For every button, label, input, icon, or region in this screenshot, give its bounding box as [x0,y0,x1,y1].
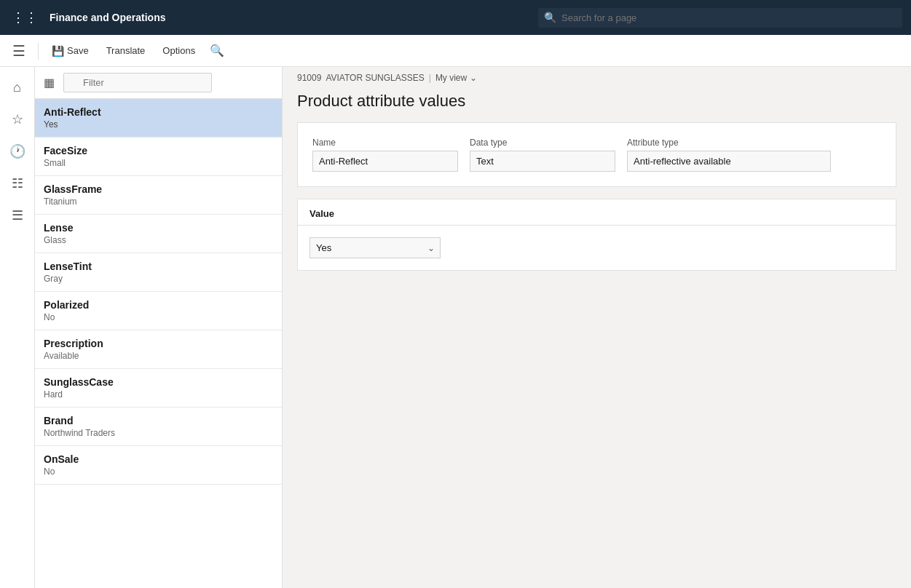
list-item-name: LenseTint [44,261,273,272]
value-dropdown-wrap: YesNo ⌄ [309,237,441,258]
list-item[interactable]: FaceSize Small [35,138,282,176]
sidebar-grid-icon[interactable]: ☷ [3,169,32,198]
options-button[interactable]: Options [155,41,202,60]
list-panel-header: ▦ 🔍 [35,67,282,99]
list-item-value: Glass [44,235,273,245]
name-input[interactable] [312,151,458,172]
datatype-label: Data type [470,138,615,148]
main-layout: ⌂ ☆ 🕐 ☷ ☰ ▦ 🔍 Anti-Reflect Yes FaceSize … [0,67,911,588]
list-panel: ▦ 🔍 Anti-Reflect Yes FaceSize Small Glas… [35,67,283,588]
save-button[interactable]: 💾 Save [44,41,96,61]
page-title: Product attribute values [283,89,911,122]
filter-button[interactable]: ▦ [41,73,58,92]
list-item[interactable]: LenseTint Gray [35,253,282,292]
top-search-input[interactable] [538,8,902,28]
value-section-header: Value [298,199,896,226]
list-item-name: SunglassCase [44,376,273,388]
sidebar-list-icon[interactable]: ☰ [3,201,32,230]
list-item[interactable]: Anti-Reflect Yes [35,99,282,138]
list-item-value: Hard [44,389,273,400]
name-field: Name [312,138,458,172]
datatype-input[interactable] [470,151,615,172]
list-item-name: Anti-Reflect [44,106,273,118]
search-icon: 🔍 [544,12,556,23]
attrtype-input[interactable] [627,151,831,172]
list-item[interactable]: Polarized No [35,292,282,330]
list-item-name: Lense [44,222,273,234]
content-area: 91009 AVIATOR SUNGLASSES | My view ⌄ Pro… [283,67,911,588]
translate-button[interactable]: Translate [99,41,153,60]
toolbar-search-button[interactable]: 🔍 [205,39,229,62]
list-item-value: Northwind Traders [44,428,273,438]
breadcrumb-view[interactable]: My view ⌄ [435,73,477,83]
top-nav: ⋮⋮ Finance and Operations 🔍 [0,0,911,35]
name-label: Name [312,138,458,148]
breadcrumb-id: 91009 [297,73,321,83]
grid-icon[interactable]: ⋮⋮ [9,7,41,28]
list-item-value: Available [44,351,273,361]
filter-search-wrap: 🔍 [63,73,276,92]
list-item-value: Yes [44,119,273,130]
list-item-value: Titanium [44,196,273,207]
sidebar-home-icon[interactable]: ⌂ [3,73,32,102]
sidebar-clock-icon[interactable]: 🕐 [3,137,32,166]
filter-input[interactable] [63,73,212,92]
top-search-container: 🔍 [538,8,902,28]
app-title: Finance and Operations [50,12,165,23]
list-item-name: Polarized [44,299,273,311]
form-row: Name Data type Attribute type [312,138,881,172]
value-section-body: YesNo ⌄ [298,226,896,270]
list-items: Anti-Reflect Yes FaceSize Small GlassFra… [35,99,282,588]
attrtype-label: Attribute type [627,138,831,148]
list-item-name: Brand [44,415,273,426]
value-section: Value YesNo ⌄ [297,199,896,271]
datatype-field: Data type [470,138,615,172]
value-dropdown[interactable]: YesNo [309,237,441,258]
breadcrumb: 91009 AVIATOR SUNGLASSES | My view ⌄ [283,67,911,89]
list-item[interactable]: SunglassCase Hard [35,369,282,408]
toolbar: ☰ 💾 Save Translate Options 🔍 [0,35,911,67]
list-item-name: FaceSize [44,145,273,156]
list-item[interactable]: GlassFrame Titanium [35,176,282,215]
save-icon: 💾 [52,45,64,57]
list-item-name: Prescription [44,338,273,349]
list-item-name: OnSale [44,453,273,465]
list-item[interactable]: Lense Glass [35,215,282,253]
icon-sidebar: ⌂ ☆ 🕐 ☷ ☰ [0,67,35,588]
chevron-down-icon: ⌄ [470,73,477,83]
list-item[interactable]: OnSale No [35,446,282,485]
breadcrumb-name: AVIATOR SUNGLASSES [326,73,424,83]
list-item-value: Gray [44,274,273,284]
list-item[interactable]: Prescription Available [35,330,282,369]
list-item[interactable]: Brand Northwind Traders [35,408,282,446]
hamburger-menu-icon[interactable]: ☰ [6,38,32,64]
attrtype-field: Attribute type [627,138,831,172]
list-item-value: No [44,312,273,322]
sidebar-star-icon[interactable]: ☆ [3,105,32,134]
list-item-name: GlassFrame [44,183,273,195]
breadcrumb-separator: | [429,73,431,83]
list-item-value: Small [44,158,273,168]
form-card: Name Data type Attribute type [297,122,896,187]
toolbar-separator-1 [38,42,39,60]
list-item-value: No [44,466,273,477]
